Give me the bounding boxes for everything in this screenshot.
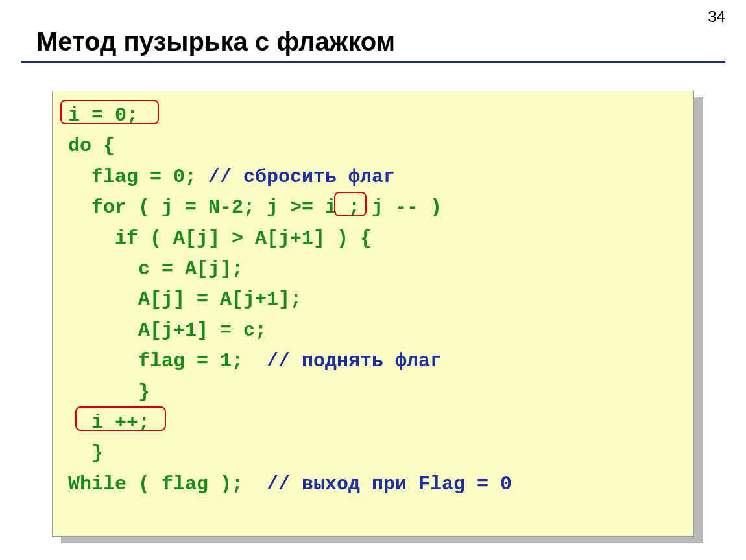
code-line-7: A[j] = A[j+1]; bbox=[68, 288, 302, 310]
title-divider bbox=[21, 61, 725, 63]
highlight-increment bbox=[75, 406, 166, 431]
code-line-8: A[j+1] = с; bbox=[68, 320, 267, 342]
highlight-init bbox=[60, 100, 159, 124]
code-line-9: flag = 1; // поднять флаг bbox=[68, 350, 442, 372]
code-content: i = 0; do { flag = 0; // сбросить флаг f… bbox=[68, 100, 679, 500]
page-number: 34 bbox=[708, 8, 725, 26]
code-line-3: flag = 0; // сбросить флаг bbox=[68, 166, 395, 188]
code-line-13: While ( flag ); // выход при Flag = 0 bbox=[68, 473, 512, 495]
code-line-2: do { bbox=[68, 135, 115, 157]
slide: 34 Метод пузырька с флажком i = 0; do { … bbox=[0, 0, 746, 560]
code-line-4: for ( j = N-2; j >= i ; j -- ) bbox=[68, 196, 442, 218]
page-title: Метод пузырька с флажком bbox=[36, 27, 395, 56]
highlight-loop-i bbox=[334, 192, 367, 216]
code-line-5: if ( A[j] > A[j+1] ) { bbox=[68, 228, 372, 250]
code-line-12: } bbox=[68, 442, 103, 464]
code-line-6: с = A[j]; bbox=[68, 258, 243, 280]
code-line-10: } bbox=[68, 381, 150, 403]
code-block: i = 0; do { flag = 0; // сбросить флаг f… bbox=[52, 91, 694, 537]
